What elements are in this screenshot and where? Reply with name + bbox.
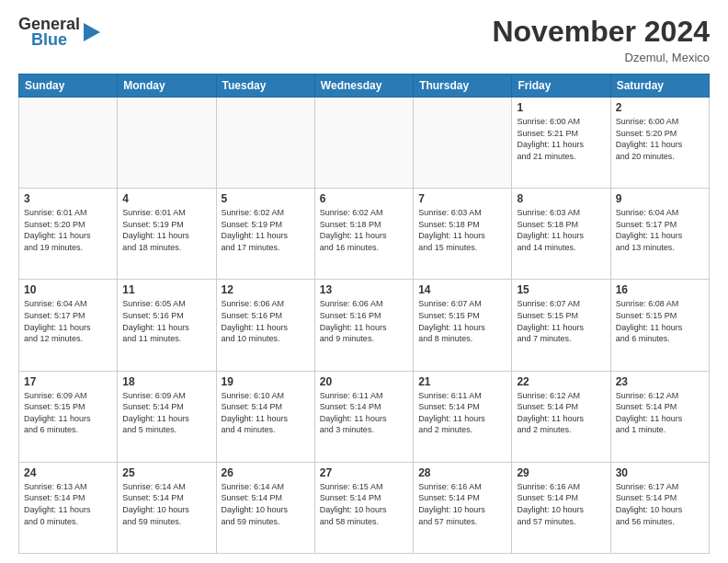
calendar-cell: 30Sunrise: 6:17 AM Sunset: 5:14 PM Dayli… bbox=[610, 462, 709, 553]
day-info: Sunrise: 6:03 AM Sunset: 5:18 PM Dayligh… bbox=[517, 207, 605, 253]
calendar-cell: 12Sunrise: 6:06 AM Sunset: 5:16 PM Dayli… bbox=[216, 280, 314, 371]
day-info: Sunrise: 6:08 AM Sunset: 5:15 PM Dayligh… bbox=[616, 298, 704, 344]
day-number: 19 bbox=[222, 375, 310, 388]
day-number: 6 bbox=[320, 192, 408, 205]
svg-marker-0 bbox=[84, 23, 100, 41]
calendar-cell: 27Sunrise: 6:15 AM Sunset: 5:14 PM Dayli… bbox=[314, 462, 413, 553]
col-monday: Monday bbox=[118, 75, 216, 98]
calendar-cell: 7Sunrise: 6:03 AM Sunset: 5:18 PM Daylig… bbox=[414, 189, 512, 280]
day-info: Sunrise: 6:11 AM Sunset: 5:14 PM Dayligh… bbox=[418, 390, 506, 436]
calendar-cell: 26Sunrise: 6:14 AM Sunset: 5:14 PM Dayli… bbox=[216, 462, 314, 553]
day-info: Sunrise: 6:15 AM Sunset: 5:14 PM Dayligh… bbox=[320, 481, 408, 527]
calendar-cell: 18Sunrise: 6:09 AM Sunset: 5:14 PM Dayli… bbox=[118, 371, 216, 462]
calendar-cell: 29Sunrise: 6:16 AM Sunset: 5:14 PM Dayli… bbox=[512, 462, 610, 553]
day-info: Sunrise: 6:06 AM Sunset: 5:16 PM Dayligh… bbox=[320, 298, 408, 344]
day-number: 13 bbox=[320, 283, 408, 296]
day-number: 12 bbox=[222, 283, 310, 296]
calendar-cell: 28Sunrise: 6:16 AM Sunset: 5:14 PM Dayli… bbox=[414, 462, 512, 553]
day-number: 20 bbox=[320, 375, 408, 388]
day-info: Sunrise: 6:11 AM Sunset: 5:14 PM Dayligh… bbox=[320, 390, 408, 436]
day-number: 17 bbox=[24, 375, 112, 388]
calendar-cell: 9Sunrise: 6:04 AM Sunset: 5:17 PM Daylig… bbox=[610, 189, 709, 280]
day-info: Sunrise: 6:04 AM Sunset: 5:17 PM Dayligh… bbox=[24, 298, 112, 344]
day-number: 16 bbox=[616, 283, 704, 296]
day-info: Sunrise: 6:16 AM Sunset: 5:14 PM Dayligh… bbox=[517, 481, 605, 527]
day-info: Sunrise: 6:00 AM Sunset: 5:20 PM Dayligh… bbox=[616, 116, 704, 162]
day-number: 21 bbox=[418, 375, 506, 388]
day-number: 22 bbox=[517, 375, 605, 388]
col-wednesday: Wednesday bbox=[314, 75, 413, 98]
month-title: November 2024 bbox=[492, 15, 710, 49]
col-friday: Friday bbox=[512, 75, 610, 98]
calendar-cell: 25Sunrise: 6:14 AM Sunset: 5:14 PM Dayli… bbox=[118, 462, 216, 553]
day-info: Sunrise: 6:02 AM Sunset: 5:18 PM Dayligh… bbox=[320, 207, 408, 253]
day-number: 24 bbox=[24, 466, 112, 479]
day-info: Sunrise: 6:04 AM Sunset: 5:17 PM Dayligh… bbox=[616, 207, 704, 253]
calendar-cell: 24Sunrise: 6:13 AM Sunset: 5:14 PM Dayli… bbox=[19, 462, 118, 553]
calendar-cell: 20Sunrise: 6:11 AM Sunset: 5:14 PM Dayli… bbox=[314, 371, 413, 462]
calendar-week-3: 10Sunrise: 6:04 AM Sunset: 5:17 PM Dayli… bbox=[19, 280, 710, 371]
calendar-cell: 1Sunrise: 6:00 AM Sunset: 5:21 PM Daylig… bbox=[512, 98, 610, 189]
logo-icon bbox=[82, 19, 102, 45]
day-number: 7 bbox=[418, 192, 506, 205]
day-info: Sunrise: 6:13 AM Sunset: 5:14 PM Dayligh… bbox=[24, 481, 112, 527]
calendar-cell bbox=[414, 98, 512, 189]
day-number: 8 bbox=[517, 192, 605, 205]
day-number: 14 bbox=[418, 283, 506, 296]
day-info: Sunrise: 6:12 AM Sunset: 5:14 PM Dayligh… bbox=[616, 390, 704, 436]
day-info: Sunrise: 6:10 AM Sunset: 5:14 PM Dayligh… bbox=[222, 390, 310, 436]
day-info: Sunrise: 6:09 AM Sunset: 5:15 PM Dayligh… bbox=[24, 390, 112, 436]
day-number: 2 bbox=[616, 101, 704, 114]
calendar-cell: 22Sunrise: 6:12 AM Sunset: 5:14 PM Dayli… bbox=[512, 371, 610, 462]
calendar-cell bbox=[314, 98, 413, 189]
calendar-cell: 23Sunrise: 6:12 AM Sunset: 5:14 PM Dayli… bbox=[610, 371, 709, 462]
day-number: 30 bbox=[616, 466, 704, 479]
calendar-table: Sunday Monday Tuesday Wednesday Thursday… bbox=[18, 74, 710, 554]
calendar-cell: 10Sunrise: 6:04 AM Sunset: 5:17 PM Dayli… bbox=[19, 280, 118, 371]
calendar-cell: 21Sunrise: 6:11 AM Sunset: 5:14 PM Dayli… bbox=[414, 371, 512, 462]
day-info: Sunrise: 6:00 AM Sunset: 5:21 PM Dayligh… bbox=[517, 116, 605, 162]
day-number: 27 bbox=[320, 466, 408, 479]
calendar-cell: 14Sunrise: 6:07 AM Sunset: 5:15 PM Dayli… bbox=[414, 280, 512, 371]
calendar-cell: 17Sunrise: 6:09 AM Sunset: 5:15 PM Dayli… bbox=[19, 371, 118, 462]
col-sunday: Sunday bbox=[19, 75, 118, 98]
day-info: Sunrise: 6:14 AM Sunset: 5:14 PM Dayligh… bbox=[222, 481, 310, 527]
day-info: Sunrise: 6:06 AM Sunset: 5:16 PM Dayligh… bbox=[222, 298, 310, 344]
title-area: November 2024 Dzemul, Mexico bbox=[492, 15, 710, 64]
calendar-week-5: 24Sunrise: 6:13 AM Sunset: 5:14 PM Dayli… bbox=[19, 462, 710, 553]
day-number: 11 bbox=[122, 283, 210, 296]
calendar-cell: 2Sunrise: 6:00 AM Sunset: 5:20 PM Daylig… bbox=[610, 98, 709, 189]
day-number: 4 bbox=[122, 192, 210, 205]
calendar-header-row: Sunday Monday Tuesday Wednesday Thursday… bbox=[19, 75, 710, 98]
day-info: Sunrise: 6:07 AM Sunset: 5:15 PM Dayligh… bbox=[517, 298, 605, 344]
calendar-week-1: 1Sunrise: 6:00 AM Sunset: 5:21 PM Daylig… bbox=[19, 98, 710, 189]
calendar-cell: 13Sunrise: 6:06 AM Sunset: 5:16 PM Dayli… bbox=[314, 280, 413, 371]
calendar-cell: 3Sunrise: 6:01 AM Sunset: 5:20 PM Daylig… bbox=[19, 189, 118, 280]
calendar-cell: 11Sunrise: 6:05 AM Sunset: 5:16 PM Dayli… bbox=[118, 280, 216, 371]
day-number: 23 bbox=[616, 375, 704, 388]
calendar-week-2: 3Sunrise: 6:01 AM Sunset: 5:20 PM Daylig… bbox=[19, 189, 710, 280]
calendar-cell bbox=[118, 98, 216, 189]
day-info: Sunrise: 6:01 AM Sunset: 5:19 PM Dayligh… bbox=[122, 207, 210, 253]
calendar-cell: 6Sunrise: 6:02 AM Sunset: 5:18 PM Daylig… bbox=[314, 189, 413, 280]
day-number: 18 bbox=[122, 375, 210, 388]
calendar-cell: 16Sunrise: 6:08 AM Sunset: 5:15 PM Dayli… bbox=[610, 280, 709, 371]
calendar-cell: 4Sunrise: 6:01 AM Sunset: 5:19 PM Daylig… bbox=[118, 189, 216, 280]
day-number: 29 bbox=[517, 466, 605, 479]
day-info: Sunrise: 6:02 AM Sunset: 5:19 PM Dayligh… bbox=[222, 207, 310, 253]
day-number: 15 bbox=[517, 283, 605, 296]
day-number: 10 bbox=[24, 283, 112, 296]
logo-blue: Blue bbox=[31, 30, 67, 50]
day-info: Sunrise: 6:05 AM Sunset: 5:16 PM Dayligh… bbox=[122, 298, 210, 344]
location: Dzemul, Mexico bbox=[492, 51, 710, 64]
day-number: 26 bbox=[222, 466, 310, 479]
day-number: 28 bbox=[418, 466, 506, 479]
logo: General Blue bbox=[18, 15, 102, 50]
calendar-week-4: 17Sunrise: 6:09 AM Sunset: 5:15 PM Dayli… bbox=[19, 371, 710, 462]
day-info: Sunrise: 6:17 AM Sunset: 5:14 PM Dayligh… bbox=[616, 481, 704, 527]
day-number: 3 bbox=[24, 192, 112, 205]
col-saturday: Saturday bbox=[610, 75, 709, 98]
day-info: Sunrise: 6:16 AM Sunset: 5:14 PM Dayligh… bbox=[418, 481, 506, 527]
page: General Blue November 2024 Dzemul, Mexic… bbox=[0, 0, 728, 563]
day-number: 5 bbox=[222, 192, 310, 205]
